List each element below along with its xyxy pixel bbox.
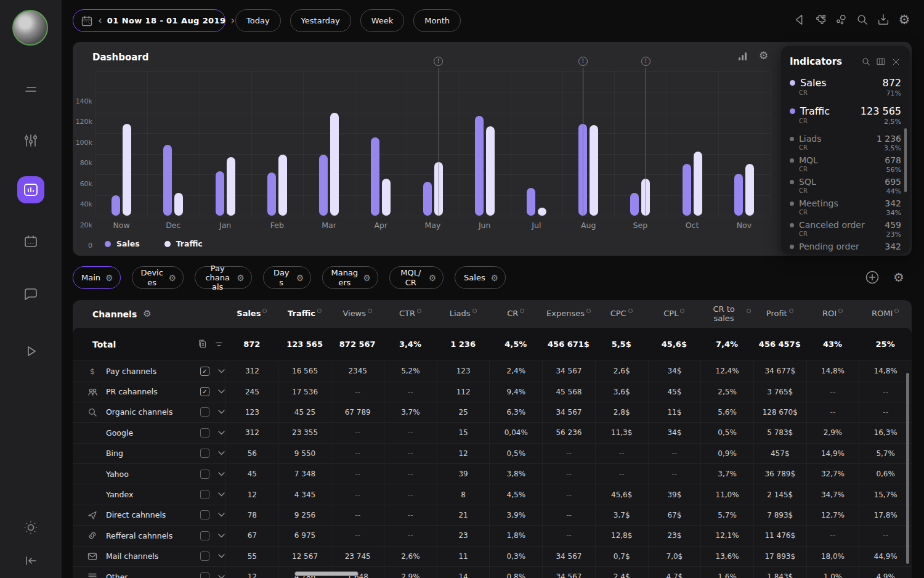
indicators-search-icon[interactable] [861, 56, 872, 67]
legend-item-traffic[interactable]: Traffic [164, 239, 203, 248]
indicator-pending-order[interactable]: Pending order342 [790, 242, 901, 251]
chevron-down-icon[interactable] [218, 513, 225, 517]
sales-bar-jun[interactable] [475, 116, 484, 216]
traffic-bar-dec[interactable] [174, 193, 183, 216]
settings-icon[interactable]: ⚙ [897, 12, 912, 27]
tab-settings-icon[interactable]: ⚙ [296, 274, 304, 282]
collapse-icon[interactable] [22, 552, 39, 569]
chevron-down-icon[interactable] [218, 472, 225, 476]
chevron-down-icon[interactable] [218, 389, 225, 394]
yestarday-button[interactable]: Yestarday [290, 9, 351, 32]
sales-bar-apr[interactable] [371, 137, 379, 216]
row-checkbox[interactable] [200, 510, 209, 519]
chevron-down-icon[interactable] [218, 554, 225, 558]
chevron-down-icon[interactable] [218, 431, 225, 435]
sales-bar-sep[interactable] [630, 193, 639, 216]
filter-tab-sales[interactable]: Sales⚙ [455, 266, 506, 289]
sales-bar-may[interactable] [423, 182, 432, 216]
analytics-nav-active[interactable] [17, 176, 44, 203]
tab-settings-icon[interactable]: ⚙ [363, 274, 371, 282]
today-button[interactable]: Today [235, 9, 281, 32]
filter-tab-mql-cr[interactable]: MQL/CR⚙ [389, 266, 444, 289]
chevron-down-icon[interactable] [218, 410, 225, 414]
table-settings-icon[interactable]: ⚙ [893, 271, 904, 283]
traffic-bar-apr[interactable] [382, 179, 391, 216]
traffic-bar-now[interactable] [123, 124, 131, 216]
traffic-bar-aug[interactable] [590, 125, 598, 216]
search-icon[interactable] [855, 12, 870, 27]
filter-tab-managers[interactable]: Managers⚙ [322, 266, 378, 289]
traffic-bar-oct[interactable] [694, 152, 702, 216]
row-checkbox[interactable] [200, 490, 209, 499]
sales-bar-nov[interactable] [734, 174, 743, 216]
indicator-liads[interactable]: Liads1 236CR3,5% [790, 134, 901, 152]
sales-bar-oct[interactable] [683, 164, 691, 216]
sales-bar-mar[interactable] [319, 155, 328, 216]
row-checkbox[interactable] [200, 572, 209, 578]
indicator-mql[interactable]: MQL678CR56% [790, 155, 901, 174]
filter-tab-main[interactable]: Main⚙ [73, 266, 121, 289]
column-header-profit[interactable]: Profit [753, 309, 806, 319]
chevron-down-icon[interactable] [218, 451, 225, 455]
row-checkbox[interactable]: ✓ [200, 387, 209, 396]
theme-icon[interactable] [22, 519, 39, 536]
row-checkbox[interactable] [200, 470, 209, 479]
add-view-icon[interactable] [865, 270, 880, 285]
traffic-bar-mar[interactable] [330, 113, 339, 216]
table-vertical-scrollbar[interactable] [906, 373, 909, 564]
layers-2-icon[interactable]: 2 [197, 339, 208, 349]
week-button[interactable]: Week [360, 9, 405, 32]
traffic-bar-jun[interactable] [486, 126, 495, 216]
menu-icon[interactable] [22, 81, 39, 98]
column-header-cpl[interactable]: CPL [648, 309, 701, 319]
column-header-expenses[interactable]: Expenses [542, 309, 595, 319]
play-icon[interactable] [22, 343, 39, 360]
tab-settings-icon[interactable]: ⚙ [490, 274, 498, 282]
table-view-icon[interactable] [875, 56, 886, 67]
column-header-cpc[interactable]: CPC [595, 309, 648, 319]
filter-tab-pay-chanaals[interactable]: Pay chanaals⚙ [195, 266, 252, 289]
column-header-roi[interactable]: ROI [806, 309, 859, 319]
table-horizontal-scrollbar[interactable] [294, 571, 359, 576]
tab-settings-icon[interactable]: ⚙ [169, 274, 177, 282]
row-checkbox[interactable] [200, 428, 209, 438]
share-icon[interactable] [834, 12, 849, 27]
date-range-picker[interactable]: ‹ 01 Now 18 - 01 Aug 2019 › [73, 9, 225, 32]
filter-icon[interactable] [214, 339, 224, 349]
column-header-sales[interactable]: Sales [225, 309, 278, 319]
sales-bar-dec[interactable] [163, 145, 172, 216]
chart-settings-icon[interactable]: ⚙ [759, 51, 768, 61]
row-checkbox[interactable] [200, 449, 209, 458]
column-header-traffic[interactable]: Traffic [278, 309, 331, 319]
indicators-scrollbar[interactable] [904, 128, 907, 192]
prev-range-icon[interactable]: ‹ [98, 15, 102, 26]
next-range-icon[interactable]: › [230, 15, 235, 26]
column-header-ctr[interactable]: CTR [384, 309, 437, 319]
sales-bar-jan[interactable] [216, 171, 224, 216]
tab-settings-icon[interactable]: ⚙ [429, 274, 437, 282]
indicator-traffic[interactable]: Traffic123 565CR2,5% [790, 105, 901, 126]
month-button[interactable]: Month [413, 9, 461, 32]
chevron-down-icon[interactable] [218, 492, 225, 497]
avatar[interactable] [12, 10, 48, 46]
chevron-down-icon[interactable] [218, 575, 225, 578]
chart-type-icon[interactable] [738, 51, 748, 61]
traffic-bar-jan[interactable] [227, 157, 235, 216]
tab-settings-icon[interactable]: ⚙ [237, 274, 245, 282]
traffic-bar-jul[interactable] [538, 208, 546, 216]
alert-marker-aug[interactable]: ! [578, 57, 588, 66]
column-header-views[interactable]: Views [331, 309, 384, 319]
columns-settings-icon[interactable]: ⚙ [143, 309, 151, 319]
row-checkbox[interactable]: ✓ [200, 367, 209, 376]
row-checkbox[interactable] [200, 531, 209, 540]
filter-tab-days[interactable]: Days⚙ [263, 266, 312, 289]
indicator-meetings[interactable]: Meetings342CR34% [790, 198, 901, 217]
row-checkbox[interactable] [200, 552, 209, 561]
chevron-down-icon[interactable] [218, 369, 225, 373]
sales-bar-jul[interactable] [527, 188, 535, 216]
filters-icon[interactable] [22, 132, 39, 149]
column-header-cr-to-sales[interactable]: CR to sales [700, 305, 753, 324]
traffic-bar-feb[interactable] [278, 155, 287, 216]
tab-settings-icon[interactable]: ⚙ [105, 274, 113, 282]
filter-tab-devices[interactable]: Devices⚙ [132, 266, 184, 289]
